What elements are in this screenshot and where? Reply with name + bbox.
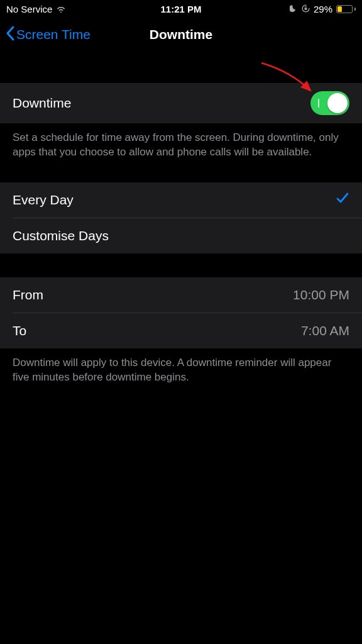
dnd-moon-icon [290, 4, 298, 14]
customise-days-row[interactable]: Customise Days [0, 218, 362, 253]
footer-note: Downtime will apply to this device. A do… [0, 348, 362, 390]
every-day-row[interactable]: Every Day [0, 182, 362, 218]
wifi-icon [56, 4, 66, 14]
back-label: Screen Time [16, 27, 90, 42]
downtime-label: Downtime [13, 96, 71, 111]
downtime-toggle-row: Downtime [0, 83, 362, 123]
to-time-row[interactable]: To 7:00 AM [0, 313, 362, 348]
carrier-label: No Service [6, 4, 52, 14]
customise-days-label: Customise Days [13, 228, 109, 243]
downtime-description: Set a schedule for time away from the sc… [0, 123, 362, 165]
orientation-lock-icon [302, 4, 310, 14]
checkmark-icon [336, 191, 349, 209]
to-value: 7:00 AM [301, 323, 349, 338]
battery-icon [336, 5, 356, 13]
downtime-toggle[interactable] [310, 91, 349, 115]
back-button[interactable]: Screen Time [5, 26, 90, 44]
chevron-left-icon [5, 26, 15, 44]
to-label: To [13, 323, 26, 338]
battery-percent: 29% [314, 4, 332, 14]
nav-bar: Screen Time Downtime [0, 18, 362, 52]
from-label: From [13, 287, 43, 303]
status-bar: No Service 11:21 PM 29% [0, 0, 362, 18]
every-day-label: Every Day [13, 192, 74, 208]
from-time-row[interactable]: From 10:00 PM [0, 277, 362, 313]
svg-rect-1 [305, 8, 307, 9]
from-value: 10:00 PM [293, 287, 349, 303]
